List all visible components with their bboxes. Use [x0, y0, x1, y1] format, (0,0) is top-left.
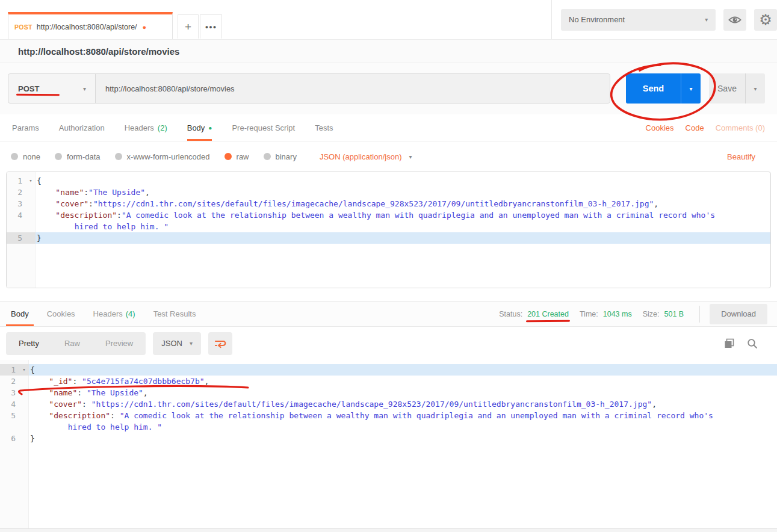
code-line: 4 "cover": "https://cdn1.thr.com/sites/d… [0, 398, 777, 410]
search-icon[interactable] [747, 338, 758, 349]
comments-link[interactable]: Comments (0) [716, 123, 765, 132]
tab-title: http://localhost:8080/api/store/ [37, 23, 137, 31]
request-body-editor[interactable]: 1▾{2 "name":"The Upside",3 "cover":"http… [6, 172, 771, 288]
download-button[interactable]: Download [710, 304, 767, 324]
code-text: "description":"A comedic look at the rel… [36, 209, 770, 221]
body-type-none-label: none [23, 152, 40, 161]
fold-gutter [26, 198, 36, 209]
code-line: 2 "_id": "5c4e715fa74c07dbbb6ecb7b", [0, 376, 777, 387]
code-line: 3 "name": "The Upside", [0, 387, 777, 398]
tab-body-label: Body [187, 123, 205, 132]
body-type-raw[interactable]: raw [224, 152, 249, 161]
tab-params-label: Params [12, 123, 39, 132]
response-view-controls: Pretty Raw Preview JSON ▾ [0, 327, 777, 360]
code-line[interactable]: 2 "name":"The Upside", [7, 187, 770, 198]
code-link[interactable]: Code [686, 123, 704, 132]
code-text: "cover":"https://cdn1.thr.com/sites/defa… [36, 198, 770, 209]
line-number: 5 [0, 410, 19, 421]
tab-tests[interactable]: Tests [315, 114, 333, 141]
tab-method-label: POST [14, 23, 33, 31]
settings-button[interactable]: ⚙ [754, 9, 777, 31]
code-text: { [29, 364, 777, 376]
body-type-binary[interactable]: binary [264, 152, 297, 161]
content-type-select[interactable]: JSON (application/json) ▾ [320, 152, 412, 161]
fold-gutter [19, 410, 29, 421]
tab-pre-request-label: Pre-request Script [232, 123, 295, 132]
fold-arrow-icon[interactable]: ▾ [19, 364, 29, 376]
body-type-raw-label: raw [237, 152, 249, 161]
cookies-link[interactable]: Cookies [646, 123, 674, 132]
unsaved-dot-icon: ● [143, 23, 147, 31]
view-raw-button[interactable]: Raw [52, 339, 93, 348]
wrap-lines-button[interactable] [208, 332, 232, 355]
request-bar: POST ▾ Send ▾ Save ▾ [0, 63, 777, 114]
response-tab-cookies[interactable]: Cookies [42, 302, 80, 326]
fold-gutter [26, 187, 36, 198]
code-line[interactable]: 3 "cover":"https://cdn1.thr.com/sites/de… [7, 198, 770, 209]
url-group: POST ▾ [8, 73, 610, 104]
code-text: { [36, 175, 770, 187]
fold-gutter [19, 376, 29, 387]
tab-body[interactable]: Body ● [187, 114, 212, 141]
fold-gutter [19, 421, 29, 433]
postman-app: POST http://localhost:8080/api/store/ ● … [0, 0, 777, 532]
code-line[interactable]: 5} [7, 232, 770, 244]
code-text: "name": "The Upside", [29, 387, 777, 398]
horizontal-scrollbar[interactable] [0, 528, 777, 532]
tab-params[interactable]: Params [12, 114, 39, 141]
eye-icon [728, 15, 741, 25]
code-text: hired to help him. " [36, 221, 770, 232]
response-tab-cookies-label: Cookies [47, 309, 75, 318]
code-line[interactable]: hired to help him. " [7, 221, 770, 232]
code-line[interactable]: 4 "description":"A comedic look at the r… [7, 209, 770, 221]
response-tab-body[interactable]: Body [6, 302, 34, 326]
save-button[interactable]: Save ▾ [709, 73, 765, 104]
beautify-link[interactable]: Beautify [727, 152, 766, 161]
status-label: Status: [499, 310, 522, 318]
response-meta: Status: 201 Created Time: 1043 ms Size: … [499, 302, 777, 326]
fold-arrow-icon[interactable]: ▾ [26, 175, 36, 187]
radio-icon [11, 153, 18, 160]
code-line: 5 "description": "A comedic look at the … [0, 410, 777, 421]
body-filled-dot-icon: ● [208, 125, 212, 131]
word-wrap-icon [214, 339, 226, 348]
new-tab-button[interactable]: + [178, 14, 199, 39]
response-headers-count-badge: (4) [126, 309, 135, 318]
url-input[interactable] [96, 74, 610, 103]
chevron-down-icon: ▾ [83, 85, 86, 92]
time-label: Time: [580, 310, 598, 318]
line-number: 6 [0, 433, 19, 444]
response-tab-body-label: Body [11, 309, 29, 318]
line-number: 4 [7, 209, 26, 221]
tab-headers[interactable]: Headers (2) [125, 114, 167, 141]
line-number [7, 221, 26, 232]
fold-gutter [19, 398, 29, 410]
environment-select[interactable]: No Environment ▾ [561, 9, 716, 31]
view-preview-button[interactable]: Preview [93, 339, 146, 348]
tab-tests-label: Tests [315, 123, 333, 132]
body-type-form-data[interactable]: form-data [55, 152, 101, 161]
send-options-caret[interactable]: ▾ [681, 73, 701, 104]
radio-icon [115, 153, 122, 160]
content-type-value: JSON (application/json) [320, 152, 402, 161]
line-number: 1 [7, 175, 26, 187]
method-select[interactable]: POST ▾ [8, 74, 96, 103]
body-type-urlencoded[interactable]: x-www-form-urlencoded [115, 152, 210, 161]
tab-pre-request-script[interactable]: Pre-request Script [232, 114, 295, 141]
send-button[interactable]: Send ▾ [626, 73, 701, 104]
response-tab-headers[interactable]: Headers (4) [88, 302, 140, 326]
response-editor-tools [724, 338, 771, 349]
tab-authorization[interactable]: Authorization [59, 114, 105, 141]
environment-quicklook-button[interactable] [723, 9, 746, 31]
more-tabs-button[interactable]: ●●● [200, 14, 222, 39]
fold-gutter [26, 232, 36, 244]
body-type-none[interactable]: none [11, 152, 40, 161]
response-tab-test-results[interactable]: Test Results [149, 302, 201, 326]
environment-area: No Environment ▾ ⚙ [551, 0, 777, 39]
view-pretty-button[interactable]: Pretty [6, 339, 52, 348]
copy-icon[interactable] [724, 338, 735, 349]
request-tab[interactable]: POST http://localhost:8080/api/store/ ● [8, 12, 173, 39]
code-line[interactable]: 1▾{ [7, 175, 770, 187]
save-options-caret[interactable]: ▾ [745, 73, 765, 104]
response-format-select[interactable]: JSON ▾ [153, 332, 201, 355]
